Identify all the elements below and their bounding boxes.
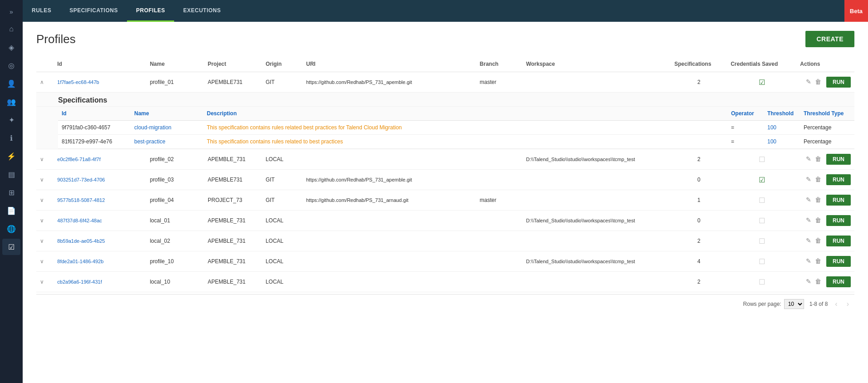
sidebar-lightning[interactable]: ⚡ [2, 148, 20, 164]
run-button[interactable]: RUN [826, 195, 851, 206]
sidebar-checklist[interactable]: ☑ [2, 239, 20, 255]
spec-name[interactable]: cloud-migration [134, 124, 171, 131]
th-uri: URI [302, 56, 476, 72]
profile-branch [476, 149, 522, 170]
sidebar-group[interactable]: 👥 [2, 93, 20, 110]
sidebar-circle[interactable]: ◎ [2, 57, 20, 74]
expand-toggle[interactable]: ∨ [40, 279, 46, 285]
delete-icon[interactable]: 🗑 [815, 278, 821, 285]
edit-icon[interactable]: ✎ [806, 278, 811, 285]
delete-icon[interactable]: 🗑 [815, 176, 821, 183]
rows-per-page-select[interactable]: 10 25 50 [784, 299, 804, 309]
profile-origin: GIT [262, 72, 302, 93]
delete-icon[interactable]: 🗑 [815, 237, 821, 244]
th-branch: Branch [476, 56, 522, 72]
run-button[interactable]: RUN [826, 215, 851, 226]
sidebar-globe[interactable]: 🌐 [2, 221, 20, 237]
run-button[interactable]: RUN [826, 77, 851, 88]
run-button[interactable]: RUN [826, 256, 851, 267]
edit-icon[interactable]: ✎ [806, 216, 811, 224]
spec-threshold-type: Percentage [800, 121, 854, 135]
profile-branch [476, 272, 522, 292]
profile-uri [302, 149, 476, 170]
delete-icon[interactable]: 🗑 [815, 216, 821, 224]
expand-toggle[interactable]: ∨ [40, 156, 46, 162]
spec-threshold: 100 [767, 124, 776, 131]
expand-toggle[interactable]: ∨ [40, 217, 46, 224]
expand-toggle[interactable]: ∨ [40, 238, 46, 244]
th-credentials: Credentials Saved [727, 56, 796, 72]
sidebar-file[interactable]: 📄 [2, 202, 20, 219]
profile-origin: LOCAL [262, 149, 302, 170]
profile-origin: LOCAL [262, 272, 302, 292]
profile-workspace [522, 231, 671, 251]
nav-profiles[interactable]: PROFILES [127, 0, 174, 22]
nav-executions[interactable]: EXECUTIONS [174, 0, 230, 22]
sidebar-tools[interactable]: ✦ [2, 112, 20, 128]
sidebar-info[interactable]: ℹ [2, 130, 20, 146]
profile-origin: LOCAL [262, 211, 302, 231]
spec-th-operator: Operator [727, 107, 764, 121]
profile-credentials: ☐ [727, 190, 796, 211]
th-project: Project [204, 56, 262, 72]
delete-icon[interactable]: 🗑 [815, 196, 821, 203]
spec-th-threshold: Threshold [764, 107, 800, 121]
profile-project: APEMBLE_731 [204, 272, 262, 292]
profile-name: local_01 [146, 211, 204, 231]
delete-icon[interactable]: 🗑 [815, 257, 821, 265]
profile-project: APEMBLE_731 [204, 211, 262, 231]
edit-icon[interactable]: ✎ [806, 155, 811, 162]
specs-sub-table-row: Id Name Description Operator Threshold T… [36, 107, 854, 149]
run-button[interactable]: RUN [826, 174, 851, 185]
edit-icon[interactable]: ✎ [806, 237, 811, 244]
edit-icon[interactable]: ✎ [806, 257, 811, 265]
nav-rules[interactable]: RULES [23, 0, 60, 22]
run-button[interactable]: RUN [826, 276, 851, 287]
expand-toggle[interactable]: ∨ [40, 258, 46, 265]
expand-toggle[interactable]: ∨ [40, 177, 46, 183]
nav-specifications[interactable]: SPECIFICATIONS [60, 0, 127, 22]
profile-specifications: 4 [671, 251, 727, 272]
sidebar-tag[interactable]: ◈ [2, 39, 20, 55]
profile-name: profile_02 [146, 149, 204, 170]
delete-icon[interactable]: 🗑 [815, 78, 821, 85]
sidebar-grid[interactable]: ⊞ [2, 184, 20, 201]
page-info: 1-8 of 8 [809, 301, 828, 307]
spec-operator: = [727, 135, 764, 149]
edit-icon[interactable]: ✎ [806, 176, 811, 183]
run-button[interactable]: RUN [826, 236, 851, 246]
profile-uri: https://github.com/Redhab/PS_731_apemble… [302, 170, 476, 190]
spec-name[interactable]: best-practice [134, 138, 166, 145]
table-row: ∨ e0c2f8e6-71a8-4f7f profile_02 APEMBLE_… [36, 149, 854, 170]
profile-branch [476, 211, 522, 231]
profile-specifications: 0 [671, 170, 727, 190]
profile-project: APEMBLE731 [204, 170, 262, 190]
create-button[interactable]: CREATE [805, 31, 854, 47]
sidebar-home[interactable]: ⌂ [2, 21, 20, 37]
profile-origin: GIT [262, 170, 302, 190]
expand-toggle[interactable]: ∨ [40, 197, 46, 203]
prev-page-button[interactable]: ‹ [833, 300, 839, 308]
beta-badge: Beta [844, 0, 868, 22]
profile-origin: GIT [262, 190, 302, 211]
run-button[interactable]: RUN [826, 154, 851, 165]
profile-name: profile_10 [146, 251, 204, 272]
content-area: Profiles CREATE Id Name Project Origin U… [23, 22, 868, 383]
table-row: ∨ 9577b518-5087-4812 profile_04 PROJECT_… [36, 190, 854, 211]
delete-icon[interactable]: 🗑 [815, 155, 821, 162]
profile-id: 8b59a1de-ae05-4b25 [57, 238, 105, 244]
expand-toggle[interactable]: ∧ [40, 79, 46, 85]
edit-icon[interactable]: ✎ [806, 196, 811, 203]
profile-specifications: 2 [671, 149, 727, 170]
th-actions: Actions [796, 56, 854, 72]
profile-actions: ✎ 🗑 RUN [796, 272, 854, 292]
edit-icon[interactable]: ✎ [806, 78, 811, 85]
sidebar-expand-icon[interactable]: » [6, 5, 17, 19]
profile-uri: https://github.com/Redhab/PS_731_apemble… [302, 72, 476, 93]
profile-uri [302, 251, 476, 272]
next-page-button[interactable]: › [845, 300, 851, 308]
profile-id: e0c2f8e6-71a8-4f7f [57, 157, 100, 162]
sidebar-user[interactable]: 👤 [2, 75, 20, 92]
sidebar-layers[interactable]: ▤ [2, 166, 20, 182]
profile-specifications: 0 [671, 211, 727, 231]
